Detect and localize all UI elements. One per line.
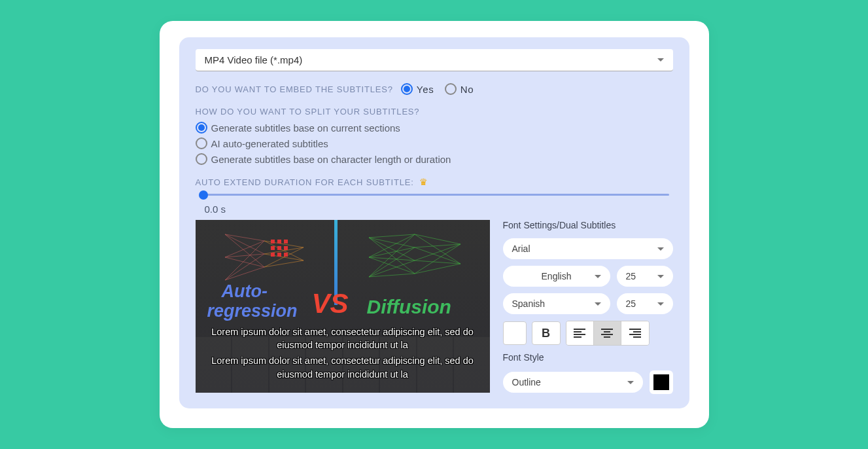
svg-line-30 <box>369 257 415 260</box>
size-2-value: 25 <box>626 298 636 309</box>
chevron-down-icon <box>657 302 664 306</box>
lang1-size-row: English 25 <box>503 266 673 287</box>
size-1-select[interactable]: 25 <box>617 266 673 287</box>
bold-button[interactable]: B <box>532 321 561 345</box>
slider-thumb[interactable] <box>199 190 208 200</box>
font-settings-column: Font Settings/Dual Subtitles Arial Engli… <box>503 220 673 394</box>
language-2-select[interactable]: Spanish <box>503 293 610 314</box>
svg-line-4 <box>225 254 264 257</box>
radio-icon <box>196 137 207 149</box>
svg-rect-22 <box>277 253 281 257</box>
svg-rect-15 <box>271 240 275 243</box>
split-option-label: Generate subtitles base on character len… <box>211 154 451 165</box>
lang2-size-row: Spanish 25 <box>503 293 673 314</box>
text-toolbar: B <box>503 321 673 346</box>
chevron-down-icon <box>595 275 601 278</box>
font-style-select[interactable]: Outline <box>503 372 643 393</box>
align-center-button[interactable] <box>594 321 621 345</box>
svg-line-7 <box>225 254 264 280</box>
align-left-button[interactable] <box>566 321 594 345</box>
size-1-value: 25 <box>626 271 636 281</box>
svg-rect-17 <box>284 240 288 243</box>
embed-no-label: No <box>460 84 474 95</box>
language-2-value: Spanish <box>512 298 546 309</box>
svg-line-38 <box>415 244 460 247</box>
chevron-down-icon <box>657 58 664 62</box>
radio-icon <box>401 83 413 95</box>
split-question-label: HOW DO YOU WANT TO SPLIT YOUR SUBTITLES? <box>196 107 673 117</box>
svg-line-39 <box>415 247 460 264</box>
size-2-select[interactable]: 25 <box>617 293 673 314</box>
outline-color-picker[interactable] <box>650 370 673 394</box>
bold-icon: B <box>542 327 550 340</box>
embed-yes-label: Yes <box>417 84 434 95</box>
svg-line-0 <box>225 234 264 241</box>
svg-line-37 <box>415 234 460 264</box>
language-1-select[interactable]: English <box>503 266 610 287</box>
svg-rect-21 <box>271 253 275 257</box>
preview-word-diffusion: Diffusion <box>367 296 451 318</box>
embed-question-label: DO YOU WANT TO EMBED THE SUBTITLES? <box>196 84 393 94</box>
radio-icon <box>196 122 207 134</box>
svg-line-35 <box>369 274 415 277</box>
chevron-down-icon <box>627 381 634 384</box>
auto-extend-value: 0.0 s <box>205 204 673 215</box>
split-option-sections[interactable]: Generate subtitles base on current secti… <box>196 122 673 134</box>
split-option-label: Generate subtitles base on current secti… <box>211 122 400 134</box>
preview-word-regression: regression <box>207 301 298 321</box>
auto-extend-slider[interactable] <box>203 194 669 196</box>
auto-extend-label: AUTO EXTEND DURATION FOR EACH SUBTITLE: <box>196 177 414 187</box>
svg-line-43 <box>415 264 460 274</box>
align-right-icon <box>629 329 641 338</box>
align-left-icon <box>574 329 585 338</box>
export-settings-panel: MP4 Video file (*.mp4) DO YOU WANT TO EM… <box>179 37 689 408</box>
font-family-value: Arial <box>512 243 530 254</box>
embed-yes-option[interactable]: Yes <box>401 83 434 95</box>
svg-line-24 <box>369 234 415 238</box>
radio-icon <box>196 153 207 165</box>
align-center-icon <box>601 329 613 338</box>
auto-extend-slider-wrap: 0.0 s <box>196 194 673 215</box>
font-style-label: Font Style <box>503 352 673 363</box>
svg-line-1 <box>225 234 264 254</box>
split-option-ai[interactable]: AI auto-generated subtitles <box>196 137 673 149</box>
radio-icon <box>445 83 457 95</box>
font-style-row: Outline <box>503 370 673 394</box>
preview-word-auto: Auto- <box>222 281 268 302</box>
outline-color-swatch <box>653 374 669 390</box>
svg-rect-19 <box>277 246 281 250</box>
subtitle-line-1: Lorem ipsum dolor sit amet, consectetur … <box>201 325 485 352</box>
svg-line-41 <box>415 260 460 264</box>
svg-line-3 <box>225 241 264 257</box>
embed-question-row: DO YOU WANT TO EMBED THE SUBTITLES? Yes … <box>196 83 673 95</box>
svg-line-31 <box>369 257 415 274</box>
preview-word-vs: VS <box>312 288 349 319</box>
svg-line-14 <box>264 260 304 267</box>
font-family-select[interactable]: Arial <box>503 238 673 259</box>
video-preview: Auto- regression VS Diffusion Lorem ipsu… <box>196 220 490 393</box>
preview-settings-row: Auto- regression VS Diffusion Lorem ipsu… <box>196 220 673 394</box>
preview-graphic-left <box>205 228 330 287</box>
split-options-group: Generate subtitles base on current secti… <box>196 122 673 165</box>
svg-line-8 <box>225 267 264 280</box>
font-style-value: Outline <box>512 377 541 387</box>
chevron-down-icon <box>595 302 601 306</box>
text-color-picker[interactable] <box>503 321 527 345</box>
file-format-select[interactable]: MP4 Video file (*.mp4) <box>196 49 673 71</box>
svg-line-40 <box>415 244 460 260</box>
svg-rect-16 <box>277 240 281 243</box>
svg-rect-20 <box>284 246 288 250</box>
chevron-down-icon <box>657 275 664 278</box>
auto-extend-row: AUTO EXTEND DURATION FOR EACH SUBTITLE: … <box>196 177 673 187</box>
subtitle-overlay: Lorem ipsum dolor sit amet, consectetur … <box>196 325 490 381</box>
export-dialog-card: MP4 Video file (*.mp4) DO YOU WANT TO EM… <box>160 21 709 428</box>
svg-line-34 <box>369 260 415 277</box>
split-option-length[interactable]: Generate subtitles base on character len… <box>196 153 673 165</box>
svg-rect-18 <box>271 246 275 250</box>
subtitle-line-2: Lorem ipsum dolor sit amet, consectetur … <box>201 354 485 381</box>
svg-line-42 <box>415 244 460 274</box>
svg-line-36 <box>415 234 460 244</box>
embed-no-option[interactable]: No <box>445 83 474 95</box>
align-right-button[interactable] <box>621 321 649 345</box>
svg-line-33 <box>369 247 415 277</box>
